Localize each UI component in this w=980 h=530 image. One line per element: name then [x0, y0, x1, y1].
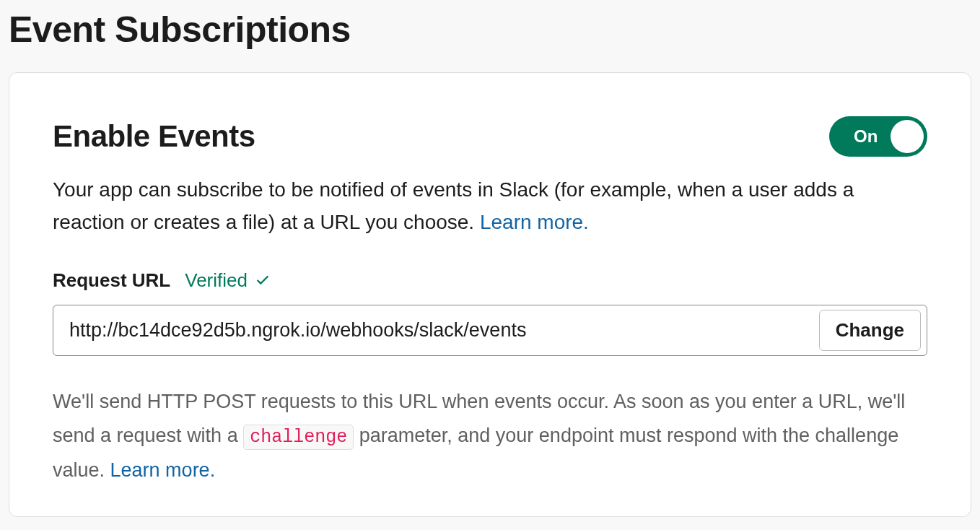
card-title: Enable Events: [53, 119, 255, 154]
request-url-label: Request URL: [53, 269, 170, 292]
page-title: Event Subscriptions: [9, 9, 971, 51]
learn-more-link[interactable]: Learn more.: [480, 211, 589, 233]
help-learn-more-link[interactable]: Learn more.: [110, 459, 216, 481]
description-text: Your app can subscribe to be notified of…: [53, 178, 854, 233]
enable-events-card: Enable Events On Your app can subscribe …: [9, 72, 971, 517]
enable-events-description: Your app can subscribe to be notified of…: [53, 174, 927, 239]
request-url-help: We'll send HTTP POST requests to this UR…: [53, 385, 927, 487]
challenge-code: challenge: [243, 425, 354, 450]
enable-events-toggle[interactable]: On: [829, 116, 927, 157]
request-url-label-row: Request URL Verified: [53, 269, 927, 292]
card-header: Enable Events On: [53, 116, 927, 157]
verified-status: Verified: [185, 269, 271, 292]
request-url-value: http://bc14dce92d5b.ngrok.io/webhooks/sl…: [69, 310, 819, 351]
request-url-input-row: http://bc14dce92d5b.ngrok.io/webhooks/sl…: [53, 305, 927, 356]
verified-text: Verified: [185, 269, 248, 292]
check-icon: [255, 272, 271, 288]
toggle-knob: [891, 120, 924, 153]
toggle-label: On: [854, 126, 878, 147]
change-button[interactable]: Change: [819, 310, 921, 351]
